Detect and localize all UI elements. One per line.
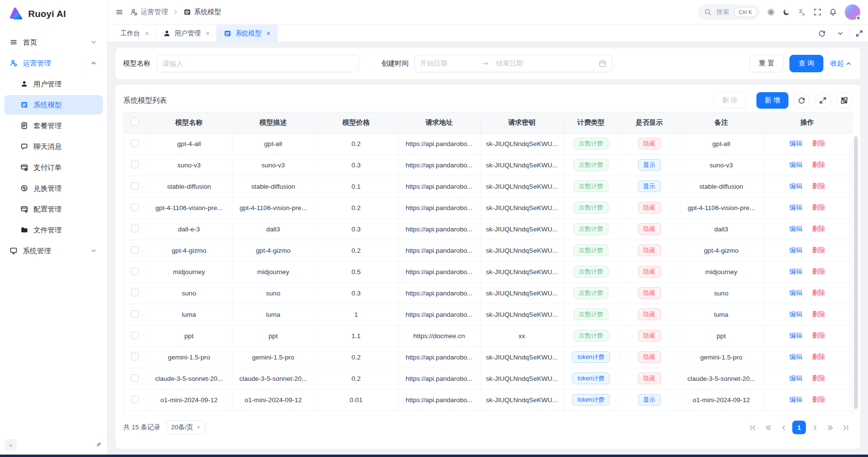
delete-link[interactable]: 删除 bbox=[812, 332, 825, 339]
query-button[interactable]: 查 询 bbox=[789, 55, 823, 72]
sidebar-item-用户管理[interactable]: 用户管理 bbox=[4, 74, 103, 94]
tab-menu-chevron-icon[interactable] bbox=[831, 25, 850, 42]
model-name-input[interactable] bbox=[156, 55, 359, 72]
refresh-table-icon[interactable] bbox=[793, 92, 810, 109]
row-checkbox[interactable] bbox=[131, 374, 139, 382]
column-settings-icon[interactable] bbox=[836, 92, 852, 109]
user-cog-icon bbox=[10, 59, 17, 67]
edit-link[interactable]: 编辑 bbox=[789, 396, 802, 403]
expand-table-icon[interactable] bbox=[815, 92, 831, 109]
sidebar-pin-icon[interactable] bbox=[95, 441, 102, 449]
tab-系统模型[interactable]: 系统模型 × bbox=[217, 25, 278, 42]
prev-page-button[interactable] bbox=[777, 421, 790, 434]
delete-link[interactable]: 删除 bbox=[812, 289, 825, 296]
sidebar-item-聊天消息[interactable]: 聊天消息 bbox=[4, 137, 103, 156]
bell-icon[interactable] bbox=[829, 8, 837, 16]
row-checkbox[interactable] bbox=[131, 331, 139, 339]
row-checkbox[interactable] bbox=[131, 139, 139, 147]
row-checkbox[interactable] bbox=[131, 289, 139, 296]
breadcrumb-item-operations[interactable]: 运营管理 bbox=[130, 8, 168, 16]
sidebar-item-系统管理[interactable]: 系统管理 bbox=[4, 241, 103, 261]
first-page-button[interactable] bbox=[746, 421, 759, 434]
row-checkbox[interactable] bbox=[131, 310, 139, 318]
delete-link[interactable]: 删除 bbox=[812, 246, 825, 254]
cell-request-url: https://api.pandarobo... bbox=[398, 240, 480, 261]
forward-pages-button[interactable] bbox=[823, 421, 837, 434]
edit-link[interactable]: 编辑 bbox=[789, 161, 802, 168]
sidebar-collapse-button[interactable]: « bbox=[5, 439, 16, 451]
fullscreen-icon[interactable] bbox=[814, 8, 821, 16]
tab-用户管理[interactable]: 用户管理 × bbox=[156, 25, 217, 42]
add-button[interactable]: 新 增 bbox=[756, 92, 788, 109]
row-checkbox[interactable] bbox=[131, 353, 139, 360]
moon-icon[interactable] bbox=[783, 8, 790, 16]
edit-link[interactable]: 编辑 bbox=[789, 353, 802, 360]
sidebar-item-文件管理[interactable]: 文件管理 bbox=[4, 220, 103, 240]
edit-link[interactable]: 编辑 bbox=[789, 268, 802, 275]
delete-link[interactable]: 删除 bbox=[812, 310, 825, 318]
sidebar-item-兑换管理[interactable]: 兑换管理 bbox=[4, 179, 103, 198]
delete-link[interactable]: 删除 bbox=[812, 204, 825, 211]
edit-link[interactable]: 编辑 bbox=[789, 225, 802, 232]
reset-button[interactable]: 重 置 bbox=[750, 55, 784, 72]
brand-logo-icon bbox=[9, 7, 23, 21]
delete-link[interactable]: 删除 bbox=[812, 268, 825, 275]
sidebar-item-系统模型[interactable]: 系统模型 bbox=[4, 95, 103, 114]
sidebar-item-套餐管理[interactable]: 套餐管理 bbox=[4, 116, 103, 135]
sidebar-item-label: 套餐管理 bbox=[33, 121, 62, 131]
close-tab-icon[interactable]: × bbox=[145, 30, 149, 37]
delete-link[interactable]: 删除 bbox=[812, 396, 825, 403]
row-checkbox[interactable] bbox=[131, 182, 139, 190]
delete-button[interactable]: 删 除 bbox=[714, 92, 746, 109]
edit-link[interactable]: 编辑 bbox=[789, 204, 802, 211]
edit-link[interactable]: 编辑 bbox=[789, 182, 802, 190]
delete-link[interactable]: 删除 bbox=[812, 353, 825, 360]
current-page-button[interactable]: 1 bbox=[792, 421, 806, 434]
menu-toggle-icon[interactable] bbox=[115, 8, 123, 16]
translate-icon[interactable]: 文A bbox=[798, 8, 806, 16]
menu-icon bbox=[10, 38, 17, 46]
row-checkbox[interactable] bbox=[131, 395, 139, 403]
delete-link[interactable]: 删除 bbox=[812, 182, 825, 190]
refresh-tab-icon[interactable] bbox=[813, 25, 831, 42]
edit-link[interactable]: 编辑 bbox=[789, 140, 802, 147]
select-all-checkbox[interactable] bbox=[131, 118, 139, 126]
breadcrumb-item-system-model[interactable]: 系统模型 bbox=[183, 8, 221, 16]
edit-link[interactable]: 编辑 bbox=[789, 332, 802, 339]
sidebar-item-配置管理[interactable]: 配置管理 bbox=[4, 199, 103, 219]
edit-link[interactable]: 编辑 bbox=[789, 310, 802, 318]
cell-model-desc: midjourney bbox=[232, 261, 314, 282]
billing-type-badge: 次数计费 bbox=[573, 330, 608, 342]
tab-工作台[interactable]: 工作台 × bbox=[114, 25, 156, 42]
global-search[interactable]: 搜索 Ctrl K bbox=[698, 4, 760, 20]
collapse-filter-link[interactable]: 收起 bbox=[830, 59, 852, 68]
sidebar-item-首页[interactable]: 首页 bbox=[4, 33, 103, 52]
delete-link[interactable]: 删除 bbox=[812, 140, 825, 147]
edit-link[interactable]: 编辑 bbox=[789, 246, 802, 254]
delete-link[interactable]: 删除 bbox=[812, 375, 825, 382]
page-size-select[interactable]: 20条/页 bbox=[166, 420, 206, 435]
date-range-picker[interactable]: 开始日期 结束日期 bbox=[414, 55, 612, 72]
last-page-button[interactable] bbox=[839, 421, 852, 434]
close-tab-icon[interactable]: × bbox=[206, 30, 210, 37]
row-checkbox[interactable] bbox=[131, 267, 139, 275]
table-scrollbar[interactable] bbox=[854, 136, 858, 409]
gear-icon[interactable] bbox=[767, 8, 775, 16]
row-checkbox[interactable] bbox=[131, 225, 139, 232]
maximize-content-icon[interactable] bbox=[850, 25, 868, 42]
next-page-button[interactable] bbox=[808, 421, 821, 434]
sidebar-item-运营管理[interactable]: 运营管理 bbox=[4, 53, 103, 73]
sidebar-item-支付订单[interactable]: 支付订单 bbox=[4, 158, 103, 177]
user-icon bbox=[20, 80, 28, 88]
back-pages-button[interactable] bbox=[761, 421, 775, 434]
delete-link[interactable]: 删除 bbox=[812, 161, 825, 168]
edit-link[interactable]: 编辑 bbox=[789, 375, 802, 382]
cell-remark: gpt-all bbox=[680, 133, 763, 154]
row-checkbox[interactable] bbox=[131, 246, 139, 254]
delete-link[interactable]: 删除 bbox=[812, 225, 825, 232]
row-checkbox[interactable] bbox=[131, 161, 139, 168]
row-checkbox[interactable] bbox=[131, 203, 139, 211]
edit-link[interactable]: 编辑 bbox=[789, 289, 802, 296]
user-avatar[interactable] bbox=[845, 4, 860, 20]
close-tab-icon[interactable]: × bbox=[266, 30, 270, 37]
